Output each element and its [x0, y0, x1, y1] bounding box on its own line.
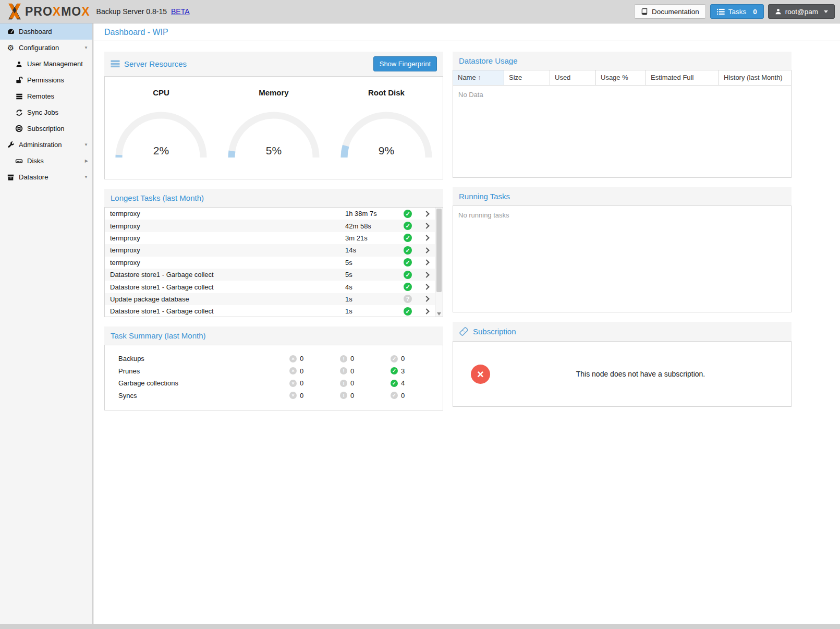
task-row[interactable]: termproxy 5s: [105, 257, 435, 269]
root-disk-gauge: Root Disk 9%: [330, 88, 443, 179]
sidebar-item-dashboard[interactable]: Dashboard: [0, 23, 92, 40]
chevron-right-icon[interactable]: [423, 211, 429, 216]
sidebar-item-subscription[interactable]: Subscription: [0, 120, 92, 137]
memory-gauge-value: 5%: [224, 144, 323, 157]
column-header-name[interactable]: Name ↑: [453, 70, 504, 85]
cpu-gauge: CPU 2%: [105, 88, 217, 179]
bottom-status-strip: [0, 624, 840, 629]
task-row[interactable]: Datastore store1 - Garbage collect 1s: [105, 305, 435, 317]
warning-icon: [340, 392, 347, 399]
error-icon: [289, 355, 297, 362]
status-ok-icon: [404, 222, 412, 230]
sidebar-item-permissions[interactable]: Permissions: [0, 72, 92, 88]
summary-row: Garbage collections 0 0 4: [105, 377, 443, 390]
chevron-right-icon[interactable]: [423, 308, 429, 314]
warning-icon: [340, 367, 347, 374]
no-data-label: No Data: [453, 86, 791, 104]
product-version: Backup Server 0.8-15: [96, 7, 167, 16]
column-header-used[interactable]: Used: [550, 70, 596, 85]
proxmox-x-icon: [5, 3, 24, 20]
summary-row: Syncs 0 0 0: [105, 390, 443, 402]
task-summary-panel: Task Summary (last Month) Backups 0 0 0 …: [104, 326, 443, 410]
subscription-message: This node does not have a subscription.: [490, 370, 791, 378]
status-ok-icon: [404, 234, 412, 242]
sidebar-item-remotes[interactable]: Remotes: [0, 88, 92, 104]
scrollbar-thumb[interactable]: [436, 209, 442, 292]
status-ok-icon: [404, 307, 412, 316]
root-disk-gauge-value: 9%: [337, 144, 436, 157]
ok-icon: [391, 355, 398, 362]
ticket-icon: [459, 326, 469, 336]
task-list-icon: [717, 8, 725, 15]
tasks-button[interactable]: Tasks 0: [710, 4, 764, 19]
chevron-down-icon[interactable]: ▼: [84, 45, 88, 50]
chevron-right-icon[interactable]: [423, 235, 429, 241]
sidebar-item-configuration[interactable]: ⚙ Configuration ▼: [0, 40, 92, 56]
column-header-usage-pct[interactable]: Usage %: [596, 70, 646, 85]
ok-icon: [391, 367, 398, 374]
task-row[interactable]: termproxy 3m 21s: [105, 232, 435, 244]
book-icon: [641, 8, 648, 16]
hard-drive-icon: [15, 157, 23, 165]
server-resources-header: Server Resources Show Fingerprint: [104, 52, 443, 76]
task-row[interactable]: termproxy 1h 38m 7s: [105, 208, 435, 220]
task-summary-body: Backups 0 0 0 Prunes 0 0 3 Garbage c: [104, 345, 443, 410]
chevron-right-icon[interactable]: [423, 247, 429, 253]
beta-link[interactable]: BETA: [171, 7, 190, 16]
task-row[interactable]: Update package database 1s: [105, 293, 435, 305]
chevron-down-icon[interactable]: ▼: [84, 175, 88, 179]
datastore-usage-header: Datastore Usage: [453, 52, 792, 70]
status-ok-icon: [404, 258, 412, 267]
brand-text: PROXMOX: [25, 5, 90, 19]
chevron-right-icon[interactable]: [423, 272, 429, 277]
task-row[interactable]: Datastore store1 - Garbage collect 4s: [105, 281, 435, 293]
tachometer-icon: [6, 28, 15, 36]
chevron-right-icon[interactable]: [423, 260, 429, 265]
server-resources-icon: [111, 60, 120, 68]
archive-icon: [6, 173, 15, 182]
memory-gauge: Memory 5%: [217, 88, 330, 179]
chevron-right-icon[interactable]: [423, 296, 429, 302]
wrench-icon: [6, 141, 15, 149]
datastore-table-header: Name ↑ Size Used Usage % Estimated Full …: [453, 70, 791, 86]
task-row[interactable]: termproxy 14s: [105, 244, 435, 256]
scrollbar-down-arrow-icon[interactable]: [437, 312, 441, 316]
error-icon: [289, 392, 297, 399]
chevron-down-icon[interactable]: ▼: [84, 142, 88, 147]
show-fingerprint-button[interactable]: Show Fingerprint: [373, 56, 437, 71]
column-header-size[interactable]: Size: [504, 70, 550, 85]
subscription-body: This node does not have a subscription.: [453, 341, 792, 407]
chevron-right-icon[interactable]: [423, 223, 429, 228]
status-unknown-icon: [404, 295, 412, 303]
scrollbar[interactable]: [435, 208, 443, 317]
task-row[interactable]: termproxy 42m 58s: [105, 220, 435, 232]
warning-icon: [340, 380, 347, 387]
documentation-button[interactable]: Documentation: [634, 4, 706, 19]
sidebar-item-datastore[interactable]: Datastore ▼: [0, 169, 92, 185]
subscription-header: Subscription: [453, 322, 792, 341]
sidebar-item-administration[interactable]: Administration ▼: [0, 137, 92, 153]
column-header-estimated-full[interactable]: Estimated Full: [646, 70, 719, 85]
no-running-tasks-label: No running tasks: [453, 206, 791, 224]
page-title: Dashboard - WIP: [104, 28, 168, 37]
page-header: Dashboard - WIP: [94, 23, 840, 41]
proxmox-logo: PROXMOX: [5, 3, 90, 20]
sidebar-item-disks[interactable]: Disks ▶: [0, 153, 92, 169]
no-subscription-icon: [471, 365, 490, 384]
task-row[interactable]: Datastore store1 - Garbage collect 5s: [105, 269, 435, 281]
gauges-body: CPU 2% Memory: [104, 76, 443, 179]
user-icon: [15, 60, 23, 68]
longest-tasks-panel: Longest Tasks (last Month) termproxy 1h …: [104, 189, 443, 317]
chevron-right-icon[interactable]: ▶: [85, 159, 88, 163]
status-ok-icon: [404, 271, 412, 279]
task-summary-header: Task Summary (last Month): [104, 326, 443, 345]
column-header-history[interactable]: History (last Month): [719, 70, 791, 85]
chevron-right-icon[interactable]: [423, 284, 429, 289]
tasks-count-badge: 0: [753, 8, 757, 16]
sidebar-item-user-management[interactable]: User Management: [0, 56, 92, 72]
sort-arrow-icon: ↑: [478, 74, 481, 81]
status-ok-icon: [404, 210, 412, 218]
user-menu-button[interactable]: root@pam: [768, 4, 835, 19]
sidebar-item-sync-jobs[interactable]: Sync Jobs: [0, 104, 92, 120]
error-icon: [289, 367, 297, 374]
